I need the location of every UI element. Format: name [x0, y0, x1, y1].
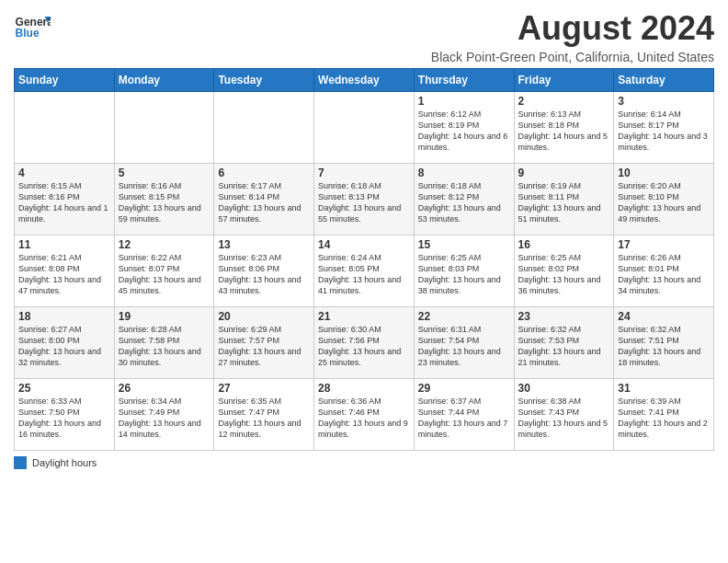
day-number: 31 [618, 382, 710, 395]
calendar-cell: 23Sunrise: 6:32 AM Sunset: 7:53 PM Dayli… [514, 307, 614, 379]
calendar-cell: 17Sunrise: 6:26 AM Sunset: 8:01 PM Dayli… [614, 236, 714, 307]
svg-text:Blue: Blue [16, 27, 40, 40]
calendar-cell: 31Sunrise: 6:39 AM Sunset: 7:41 PM Dayli… [614, 379, 714, 451]
calendar-cell [314, 92, 415, 164]
logo-icon: General Blue [14, 9, 51, 46]
day-info: Sunrise: 6:17 AM Sunset: 8:14 PM Dayligh… [218, 180, 310, 225]
weekday-header-wednesday: Wednesday [314, 69, 415, 92]
day-number: 2 [518, 95, 610, 108]
weekday-header-saturday: Saturday [614, 69, 714, 92]
legend: Daylight hours [14, 456, 714, 469]
calendar-cell: 9Sunrise: 6:19 AM Sunset: 8:11 PM Daylig… [514, 164, 614, 236]
calendar-cell: 2Sunrise: 6:13 AM Sunset: 8:18 PM Daylig… [514, 92, 614, 164]
day-info: Sunrise: 6:27 AM Sunset: 8:00 PM Dayligh… [18, 324, 110, 369]
month-title: August 2024 [431, 9, 714, 48]
day-number: 1 [418, 95, 510, 108]
calendar-cell: 12Sunrise: 6:22 AM Sunset: 8:07 PM Dayli… [114, 236, 214, 307]
weekday-header-row: SundayMondayTuesdayWednesdayThursdayFrid… [15, 69, 714, 92]
day-number: 15 [418, 238, 510, 251]
calendar-week-row: 25Sunrise: 6:33 AM Sunset: 7:50 PM Dayli… [15, 379, 714, 451]
day-number: 8 [418, 167, 510, 179]
day-info: Sunrise: 6:22 AM Sunset: 8:07 PM Dayligh… [119, 252, 210, 297]
day-info: Sunrise: 6:39 AM Sunset: 7:41 PM Dayligh… [618, 396, 710, 441]
day-info: Sunrise: 6:24 AM Sunset: 8:05 PM Dayligh… [318, 252, 410, 297]
day-info: Sunrise: 6:32 AM Sunset: 7:51 PM Dayligh… [618, 324, 710, 369]
calendar-cell: 18Sunrise: 6:27 AM Sunset: 8:00 PM Dayli… [15, 307, 115, 379]
calendar-cell: 22Sunrise: 6:31 AM Sunset: 7:54 PM Dayli… [414, 307, 514, 379]
day-info: Sunrise: 6:20 AM Sunset: 8:10 PM Dayligh… [618, 180, 710, 225]
day-number: 4 [18, 167, 110, 179]
page: General Blue August 2024 Black Point-Gre… [0, 0, 728, 563]
day-info: Sunrise: 6:16 AM Sunset: 8:15 PM Dayligh… [119, 180, 210, 225]
day-number: 21 [318, 310, 410, 323]
day-number: 24 [618, 310, 710, 323]
weekday-header-sunday: Sunday [15, 69, 115, 92]
calendar-week-row: 18Sunrise: 6:27 AM Sunset: 8:00 PM Dayli… [15, 307, 714, 379]
calendar-cell [214, 92, 314, 164]
calendar-week-row: 4Sunrise: 6:15 AM Sunset: 8:16 PM Daylig… [15, 164, 714, 236]
day-info: Sunrise: 6:12 AM Sunset: 8:19 PM Dayligh… [418, 109, 510, 154]
calendar-cell: 19Sunrise: 6:28 AM Sunset: 7:58 PM Dayli… [114, 307, 214, 379]
calendar-cell: 20Sunrise: 6:29 AM Sunset: 7:57 PM Dayli… [214, 307, 314, 379]
day-number: 14 [318, 238, 410, 251]
calendar-cell: 16Sunrise: 6:25 AM Sunset: 8:02 PM Dayli… [514, 236, 614, 307]
calendar-cell: 11Sunrise: 6:21 AM Sunset: 8:08 PM Dayli… [15, 236, 115, 307]
day-info: Sunrise: 6:37 AM Sunset: 7:44 PM Dayligh… [418, 396, 510, 441]
weekday-header-tuesday: Tuesday [214, 69, 314, 92]
logo: General Blue [14, 9, 51, 46]
day-number: 18 [18, 310, 110, 323]
day-info: Sunrise: 6:38 AM Sunset: 7:43 PM Dayligh… [518, 396, 610, 441]
calendar-cell: 7Sunrise: 6:18 AM Sunset: 8:13 PM Daylig… [314, 164, 415, 236]
day-number: 27 [218, 382, 310, 395]
day-info: Sunrise: 6:25 AM Sunset: 8:03 PM Dayligh… [418, 252, 510, 297]
weekday-header-thursday: Thursday [414, 69, 514, 92]
calendar-cell: 4Sunrise: 6:15 AM Sunset: 8:16 PM Daylig… [15, 164, 115, 236]
calendar-cell: 30Sunrise: 6:38 AM Sunset: 7:43 PM Dayli… [514, 379, 614, 451]
weekday-header-monday: Monday [114, 69, 214, 92]
day-info: Sunrise: 6:28 AM Sunset: 7:58 PM Dayligh… [119, 324, 210, 369]
calendar-cell [15, 92, 115, 164]
day-number: 28 [318, 382, 410, 395]
day-info: Sunrise: 6:19 AM Sunset: 8:11 PM Dayligh… [518, 180, 610, 225]
day-number: 23 [518, 310, 610, 323]
day-info: Sunrise: 6:15 AM Sunset: 8:16 PM Dayligh… [18, 180, 110, 225]
day-info: Sunrise: 6:36 AM Sunset: 7:46 PM Dayligh… [318, 396, 410, 441]
day-number: 16 [518, 238, 610, 251]
weekday-header-friday: Friday [514, 69, 614, 92]
calendar-table: SundayMondayTuesdayWednesdayThursdayFrid… [14, 68, 714, 451]
day-info: Sunrise: 6:14 AM Sunset: 8:17 PM Dayligh… [618, 109, 710, 154]
day-number: 10 [618, 167, 710, 179]
day-number: 22 [418, 310, 510, 323]
calendar-cell: 14Sunrise: 6:24 AM Sunset: 8:05 PM Dayli… [314, 236, 415, 307]
calendar-cell: 10Sunrise: 6:20 AM Sunset: 8:10 PM Dayli… [614, 164, 714, 236]
day-info: Sunrise: 6:35 AM Sunset: 7:47 PM Dayligh… [218, 396, 310, 441]
day-info: Sunrise: 6:34 AM Sunset: 7:49 PM Dayligh… [119, 396, 210, 441]
day-info: Sunrise: 6:33 AM Sunset: 7:50 PM Dayligh… [18, 396, 110, 441]
day-number: 6 [218, 167, 310, 179]
day-number: 5 [119, 167, 210, 179]
calendar-cell: 15Sunrise: 6:25 AM Sunset: 8:03 PM Dayli… [414, 236, 514, 307]
calendar-cell: 28Sunrise: 6:36 AM Sunset: 7:46 PM Dayli… [314, 379, 415, 451]
day-info: Sunrise: 6:21 AM Sunset: 8:08 PM Dayligh… [18, 252, 110, 297]
day-info: Sunrise: 6:26 AM Sunset: 8:01 PM Dayligh… [618, 252, 710, 297]
calendar-cell: 1Sunrise: 6:12 AM Sunset: 8:19 PM Daylig… [414, 92, 514, 164]
location: Black Point-Green Point, California, Uni… [431, 50, 714, 64]
calendar-week-row: 11Sunrise: 6:21 AM Sunset: 8:08 PM Dayli… [15, 236, 714, 307]
header: General Blue August 2024 Black Point-Gre… [14, 9, 714, 64]
day-info: Sunrise: 6:29 AM Sunset: 7:57 PM Dayligh… [218, 324, 310, 369]
day-number: 13 [218, 238, 310, 251]
day-number: 12 [119, 238, 210, 251]
day-number: 9 [518, 167, 610, 179]
calendar-week-row: 1Sunrise: 6:12 AM Sunset: 8:19 PM Daylig… [15, 92, 714, 164]
calendar-cell: 5Sunrise: 6:16 AM Sunset: 8:15 PM Daylig… [114, 164, 214, 236]
calendar-cell: 8Sunrise: 6:18 AM Sunset: 8:12 PM Daylig… [414, 164, 514, 236]
day-number: 26 [119, 382, 210, 395]
day-number: 30 [518, 382, 610, 395]
legend-color-box [14, 456, 27, 469]
day-info: Sunrise: 6:32 AM Sunset: 7:53 PM Dayligh… [518, 324, 610, 369]
day-info: Sunrise: 6:30 AM Sunset: 7:56 PM Dayligh… [318, 324, 410, 369]
calendar-cell: 27Sunrise: 6:35 AM Sunset: 7:47 PM Dayli… [214, 379, 314, 451]
calendar-cell: 24Sunrise: 6:32 AM Sunset: 7:51 PM Dayli… [614, 307, 714, 379]
day-info: Sunrise: 6:23 AM Sunset: 8:06 PM Dayligh… [218, 252, 310, 297]
title-block: August 2024 Black Point-Green Point, Cal… [431, 9, 714, 64]
